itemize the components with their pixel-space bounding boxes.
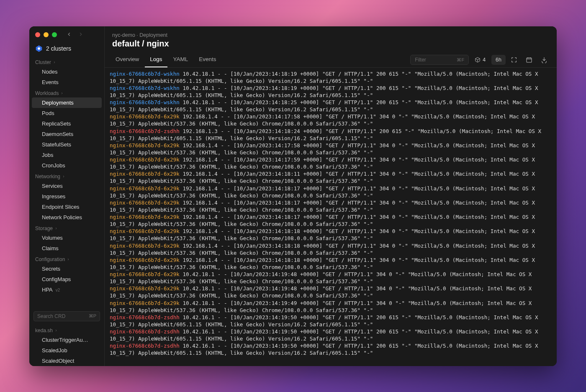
sidebar-item-deployments[interactable]: Deployments	[32, 97, 102, 108]
sidebar-item-hpa[interactable]: HPA v2	[32, 284, 102, 295]
filter-shortcut: ⌘F	[457, 57, 464, 63]
sidebar-section-keda[interactable]: keda.sh	[29, 325, 104, 335]
crd-search-shortcut: ⌘P	[89, 313, 96, 319]
sidebar-item-replicasets[interactable]: ReplicaSets	[32, 118, 102, 129]
tab-bar: OverviewLogsYAMLEvents	[111, 53, 221, 67]
forward-button[interactable]	[78, 31, 84, 38]
window-controls	[35, 32, 57, 37]
replica-count: 4	[483, 57, 486, 63]
log-pod-name[interactable]: nginx-67668c6b7d-wskhn	[110, 71, 180, 77]
section-label: Workloads	[35, 90, 59, 96]
sidebar-item-scaledobject[interactable]: ScaledObject	[32, 356, 102, 366]
log-pod-name[interactable]: nginx-67668c6b7d-6x29k	[110, 113, 180, 120]
chevron-right-icon	[54, 227, 58, 230]
sidebar-item-services[interactable]: Services	[32, 181, 102, 191]
chevron-right-icon	[67, 258, 70, 261]
timestamps-button[interactable]	[522, 54, 536, 66]
download-icon	[541, 56, 547, 63]
sidebar-item-volumes[interactable]: Volumes	[32, 233, 102, 243]
sidebar-section-workloads[interactable]: Workloads	[29, 87, 104, 97]
sidebar-item-scaledjob[interactable]: ScaledJob	[32, 345, 102, 356]
sidebar-item-events[interactable]: Events	[32, 77, 102, 87]
tab-events[interactable]: Events	[194, 53, 221, 67]
sidebar-item-secrets[interactable]: Secrets	[32, 264, 102, 274]
log-line: nginx-67668c6b7d-6x29k 192.168.1.4 - - […	[110, 185, 552, 199]
log-pod-name[interactable]: nginx-67668c6b7d-6x29k	[110, 214, 180, 220]
log-line: nginx-67668c6b7d-6x29k 192.168.1.4 - - […	[110, 142, 552, 156]
chevron-right-icon	[54, 329, 58, 332]
filter-placeholder: Filter	[415, 57, 426, 63]
log-line: nginx-67668c6b7d-zsdhh 10.42.16.1 - - [1…	[110, 314, 552, 328]
cluster-label: 2 clusters	[46, 45, 71, 52]
log-pod-name[interactable]: nginx-67668c6b7d-6x29k	[110, 142, 180, 149]
fullscreen-button[interactable]	[507, 54, 521, 66]
sidebar-item-statefulsets[interactable]: StatefulSets	[32, 139, 102, 150]
sidebar-item-endpoint-slices[interactable]: Endpoint Slices	[32, 202, 102, 212]
cluster-selector[interactable]: 2 clusters	[29, 42, 104, 56]
sidebar-item-clustertriggerau-[interactable]: ClusterTriggerAu…	[32, 335, 102, 345]
log-line: nginx-67668c6b7d-wskhn 10.42.18.1 - - [1…	[110, 85, 552, 99]
toolbar: OverviewLogsYAMLEvents Filter ⌘F 4 6h	[105, 53, 557, 68]
tab-yaml[interactable]: YAML	[168, 53, 193, 67]
sidebar-section-networking[interactable]: Networking	[29, 171, 104, 181]
minimize-icon[interactable]	[44, 32, 49, 37]
time-range-selector[interactable]: 6h	[491, 55, 506, 65]
log-pod-name[interactable]: nginx-67668c6b7d-6x29k	[110, 257, 180, 263]
log-pod-name[interactable]: nginx-67668c6b7d-6x29k	[110, 271, 180, 277]
log-line: nginx-67668c6b7d-6x29k 192.168.1.4 - - […	[110, 213, 552, 228]
log-viewer[interactable]: nginx-67668c6b7d-wskhn 10.42.18.1 - - [1…	[105, 68, 557, 366]
sidebar-item-ingresses[interactable]: Ingresses	[32, 191, 102, 202]
log-line: nginx-67668c6b7d-6x29k 192.168.1.4 - - […	[110, 228, 552, 242]
sidebar-item-cronjobs[interactable]: CronJobs	[32, 160, 102, 171]
time-range: 6h	[496, 57, 501, 63]
crd-search-input[interactable]: Search CRD ⌘P	[33, 311, 100, 321]
tab-logs[interactable]: Logs	[145, 53, 167, 67]
log-pod-name[interactable]: nginx-67668c6b7d-6x29k	[110, 200, 180, 206]
sidebar-section-configuration[interactable]: Configuration	[29, 254, 104, 264]
sidebar-item-network-policies[interactable]: Network Policies	[32, 212, 102, 223]
sidebar-section-storage[interactable]: Storage	[29, 223, 104, 233]
main-panel: nyc-demo · Deployment default / nginx Ov…	[105, 26, 557, 366]
chevron-right-icon	[62, 175, 65, 178]
log-pod-name[interactable]: nginx-67668c6b7d-wskhn	[110, 85, 180, 91]
sidebar-item-daemonsets[interactable]: DaemonSets	[32, 129, 102, 139]
log-line: nginx-67668c6b7d-zsdhh 10.42.16.1 - - [1…	[110, 328, 552, 342]
cube-icon	[475, 57, 481, 63]
maximize-icon[interactable]	[52, 32, 57, 37]
log-pod-name[interactable]: nginx-67668c6b7d-6x29k	[110, 156, 180, 163]
log-pod-name[interactable]: nginx-67668c6b7d-6x29k	[110, 185, 180, 192]
log-pod-name[interactable]: nginx-67668c6b7d-zsdhh	[110, 314, 180, 320]
breadcrumb-context[interactable]: nyc-demo	[112, 32, 135, 38]
back-button[interactable]	[66, 31, 72, 38]
sidebar-section-cluster[interactable]: Cluster	[29, 56, 104, 67]
log-line: nginx-67668c6b7d-6x29k 192.168.1.4 - - […	[110, 242, 552, 256]
svg-rect-2	[527, 58, 532, 62]
close-icon[interactable]	[35, 32, 40, 37]
log-pod-name[interactable]: nginx-67668c6b7d-6x29k	[110, 171, 180, 177]
sidebar-item-configmaps[interactable]: ConfigMaps	[32, 274, 102, 284]
replica-selector[interactable]: 4	[470, 55, 490, 65]
log-pod-name[interactable]: nginx-67668c6b7d-6x29k	[110, 285, 180, 292]
sidebar-item-claims[interactable]: Claims	[32, 243, 102, 254]
log-pod-name[interactable]: nginx-67668c6b7d-zsdhh	[110, 343, 180, 349]
sidebar-scroll[interactable]: ClusterNodesEventsWorkloadsDeploymentsPo…	[29, 56, 104, 308]
log-pod-name[interactable]: nginx-67668c6b7d-zsdhh	[110, 328, 180, 335]
calendar-icon	[526, 56, 532, 63]
svg-point-1	[38, 47, 40, 50]
sidebar-item-pods[interactable]: Pods	[32, 108, 102, 118]
log-line: nginx-67668c6b7d-6x29k 192.168.1.4 - - […	[110, 199, 552, 213]
log-pod-name[interactable]: nginx-67668c6b7d-6x29k	[110, 243, 180, 249]
sidebar-item-nodes[interactable]: Nodes	[32, 67, 102, 77]
page-title: default / nginx	[105, 39, 557, 53]
filter-input[interactable]: Filter ⌘F	[410, 55, 469, 65]
log-pod-name[interactable]: nginx-67668c6b7d-6x29k	[110, 228, 180, 234]
log-pod-name[interactable]: nginx-67668c6b7d-zsdhh	[110, 128, 180, 134]
sidebar-item-jobs[interactable]: Jobs	[32, 150, 102, 160]
log-line: nginx-67668c6b7d-6x29k 192.168.1.4 - - […	[110, 170, 552, 184]
breadcrumb-kind[interactable]: Deployment	[139, 32, 167, 38]
log-pod-name[interactable]: nginx-67668c6b7d-6x29k	[110, 300, 180, 306]
download-button[interactable]	[537, 54, 551, 66]
tab-overview[interactable]: Overview	[111, 53, 144, 67]
kubernetes-icon	[35, 45, 43, 52]
log-pod-name[interactable]: nginx-67668c6b7d-wskhn	[110, 99, 180, 105]
